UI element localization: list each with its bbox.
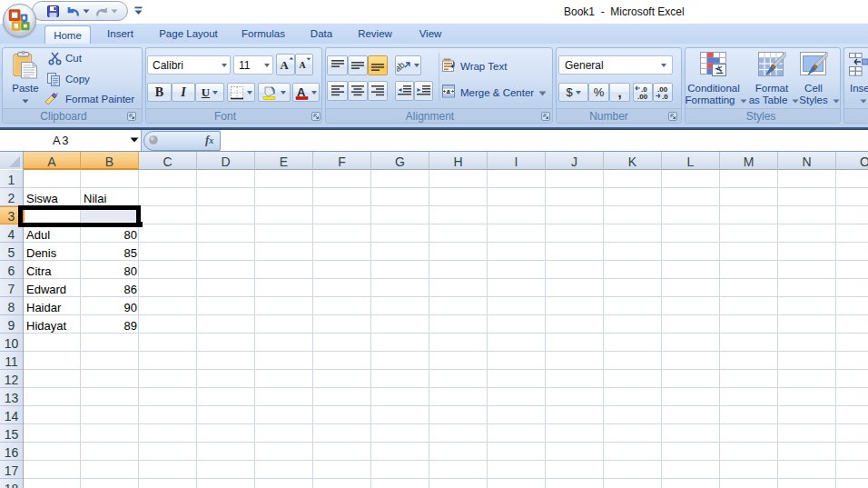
svg-text:.00: .00	[637, 93, 648, 100]
svg-text:.0: .0	[662, 93, 668, 100]
svg-text:A: A	[300, 61, 307, 71]
svg-text:A: A	[281, 59, 290, 72]
svg-text:ab: ab	[397, 59, 407, 72]
